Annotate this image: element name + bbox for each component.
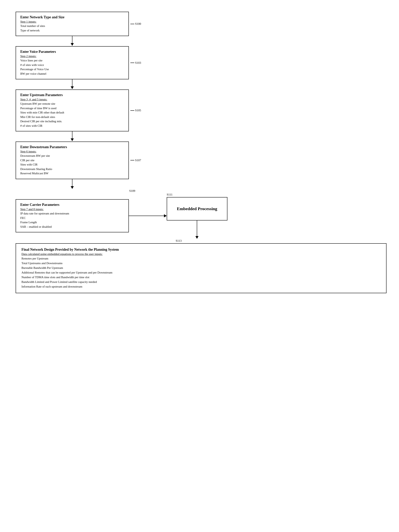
box-s100-item-0: Total number of sites (20, 24, 124, 28)
label-s111-wrap: S111 (167, 193, 173, 196)
arrow-s100-to-s103 (16, 36, 129, 46)
box-s100-subtitle: Step 1 inputs: (20, 20, 124, 23)
box-s105-item-5: # of sites with CIR (20, 124, 124, 128)
carrier-title: Enter Carrier Parameters (20, 203, 124, 207)
box-s105-item-4: Desired CIR per site including min. (20, 119, 124, 124)
carrier-item-3: SAR – enabled or disabled (20, 225, 124, 229)
bottom-section: S109 Enter Carrier Parameters Step 7 and… (16, 189, 386, 239)
box-s103-title: Enter Voice Parameters (20, 50, 124, 54)
box-s107-item-4: Reserved Multicast BW (20, 171, 124, 176)
box-s107-title: Enter Downstream Parameters (20, 145, 124, 149)
v-line-1 (72, 36, 72, 43)
box-s107-item-0: Downstream BW per site (20, 154, 124, 158)
final-box: Final Network Design Provided by Network… (16, 243, 386, 293)
final-item-1: Total Upstreams and Downstreams (21, 261, 381, 266)
v-arrow-inner-2 (71, 79, 74, 89)
embedded-section: S111 Embedded Processing (167, 193, 227, 239)
s107-text: S107 (135, 159, 141, 162)
h-line (129, 215, 164, 216)
v-line-3 (72, 131, 72, 138)
box-s105-item-2: Sites with min CIR other than default (20, 110, 124, 115)
s100-text: S100 (135, 22, 141, 25)
arrow-s105-to-s107 (16, 131, 129, 141)
final-item-5: Bandwidth Limited and Power Limited sate… (21, 279, 381, 284)
label-s105: S105 (131, 109, 141, 112)
box-s100: Enter Network Type and Size Step 1 input… (16, 12, 129, 36)
step-s105: Enter Upstream Parameters Step 3, 4, and… (16, 89, 386, 131)
label-s103: S103 (131, 61, 141, 64)
label-s111: S111 (167, 193, 173, 196)
final-item-2: Burstable Bandwidth Per Upstream (21, 266, 381, 270)
box-s103: Enter Voice Parameters Step 2 inputs: Vo… (16, 46, 129, 79)
final-subtitle: Data calculated using embedded equations… (21, 253, 381, 256)
carrier-item-0: IP data rate for upstream and downstream (20, 211, 124, 216)
step-s100: Enter Network Type and Size Step 1 input… (16, 12, 386, 36)
v-arrow-inner-1 (71, 36, 74, 46)
label-s109: S109 (129, 189, 135, 193)
box-s103-item-3: BW per voice channel (20, 71, 124, 76)
v-arrow-inner-4 (71, 179, 74, 189)
s103-tick (131, 63, 134, 63)
step-s107: Enter Downstream Parameters Step 6 input… (16, 141, 386, 179)
arrowhead-4 (71, 186, 74, 189)
box-s107-item-2: Sites with CIR (20, 162, 124, 167)
box-s107-item-3: Downstream Sharing Ratio (20, 167, 124, 171)
embedded-title: Embedded Processing (177, 206, 217, 211)
label-s113-wrap: S113 (176, 239, 386, 242)
v-line-2 (72, 79, 72, 86)
box-s105-subtitle: Step 3, 4, and 5 inputs: (20, 98, 124, 101)
final-item-3: Additional Remotes that can be supported… (21, 270, 381, 275)
box-s103-item-2: Percentage of Voice Use (20, 67, 124, 71)
arrowhead-right (164, 214, 167, 217)
embedded-arrow-down (167, 221, 227, 239)
s107-tick (131, 160, 134, 160)
arrow-s107-to-carrier (16, 179, 129, 189)
label-s107: S107 (131, 159, 141, 162)
arrowhead-1 (71, 43, 74, 46)
step-s103: Enter Voice Parameters Step 2 inputs: Vo… (16, 46, 386, 79)
embedded-v-line (197, 221, 197, 236)
box-s103-item-1: # of sites with voice (20, 63, 124, 67)
box-s105: Enter Upstream Parameters Step 3, 4, and… (16, 89, 129, 131)
carrier-subtitle: Step 7 and 8 inputs: (20, 208, 124, 211)
carrier-item-2: Frame Length (20, 220, 124, 225)
h-arrow (129, 214, 167, 217)
s105-text: S105 (135, 109, 141, 112)
box-s107-item-1: CIR per site (20, 158, 124, 163)
box-embedded: Embedded Processing (167, 197, 227, 221)
box-s103-item-0: Voice lines per site (20, 58, 124, 63)
arrow-s103-to-s105 (16, 79, 129, 89)
s105-tick (131, 110, 134, 111)
box-s100-title: Enter Network Type and Size (20, 15, 124, 19)
box-carrier: Enter Carrier Parameters Step 7 and 8 in… (16, 199, 129, 232)
carrier-and-embedded-row: Enter Carrier Parameters Step 7 and 8 in… (16, 193, 227, 239)
box-s107-subtitle: Step 6 inputs: (20, 150, 124, 153)
box-s107: Enter Downstream Parameters Step 6 input… (16, 141, 129, 179)
box-s100-item-1: Type of network (20, 28, 124, 33)
final-item-6: Information Rate of each upstream and do… (21, 284, 381, 289)
box-s103-subtitle: Step 2 inputs: (20, 55, 124, 58)
label-s109-wrap: S109 (129, 189, 135, 193)
box-s105-item-0: Upstream BW per remote site (20, 101, 124, 106)
final-title: Final Network Design Provided by Network… (21, 247, 381, 252)
box-s105-title: Enter Upstream Parameters (20, 93, 124, 97)
arrowhead-3 (71, 138, 74, 141)
flowchart: Enter Network Type and Size Step 1 input… (16, 12, 386, 293)
box-s105-item-1: Percentage of time BW is used (20, 106, 124, 111)
label-s100: S100 (131, 22, 141, 25)
carrier-section: S109 Enter Carrier Parameters Step 7 and… (16, 189, 227, 239)
box-s105-item-3: Min CIR for non-default sites (20, 115, 124, 119)
label-s113: S113 (176, 239, 182, 242)
v-arrow-inner-3 (71, 131, 74, 141)
s103-text: S103 (135, 61, 141, 64)
arrowhead-2 (71, 86, 74, 89)
v-line-4 (72, 179, 72, 186)
final-item-4: Number of TDMA time slots and Bandwidth … (21, 275, 381, 279)
carrier-item-1: FEC (20, 216, 124, 220)
embedded-arrowhead (195, 236, 198, 239)
s100-tick (131, 24, 134, 24)
final-item-0: Remotes per Upstream (21, 256, 381, 261)
